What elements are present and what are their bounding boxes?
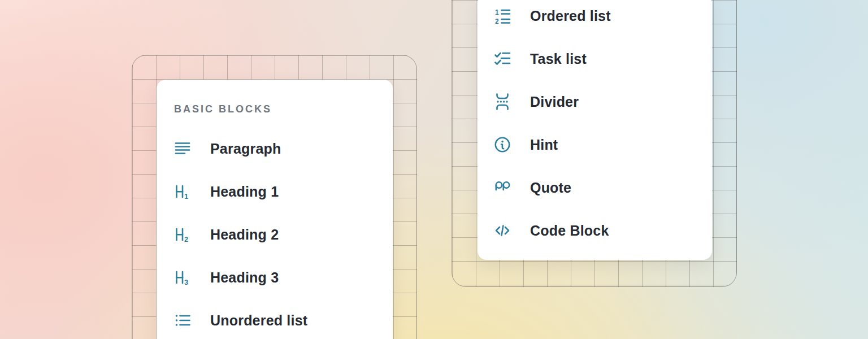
more-blocks-menu: 12 Ordered list Task list Divider Hint Q… [478,0,712,260]
svg-text:2: 2 [184,235,188,244]
menu-item-label: Heading 2 [210,227,279,243]
menu-item-label: Quote [530,180,571,196]
menu-item-task-list[interactable]: Task list [494,37,696,80]
menu-item-quote[interactable]: Quote [494,166,696,209]
menu-item-heading-2[interactable]: 2 Heading 2 [174,213,376,256]
menu-item-label: Divider [530,94,579,110]
svg-text:3: 3 [184,278,188,286]
menu-item-label: Paragraph [210,141,281,157]
basic-blocks-list: Paragraph 1 Heading 1 2 Heading 2 3 Head… [174,127,376,339]
menu-item-heading-1[interactable]: 1 Heading 1 [174,170,376,213]
heading-2-icon: 2 [174,226,191,243]
svg-text:1: 1 [184,192,188,201]
hint-icon [494,136,511,153]
menu-item-divider[interactable]: Divider [494,80,696,123]
menu-item-hint[interactable]: Hint [494,123,696,166]
menu-item-label: Ordered list [530,8,611,24]
quote-icon [494,179,511,196]
section-label-basic-blocks: BASIC BLOCKS [174,102,376,116]
menu-item-label: Task list [530,51,587,67]
more-blocks-list: 12 Ordered list Task list Divider Hint Q… [494,0,696,252]
menu-item-label: Hint [530,137,558,153]
menu-item-label: Unordered list [210,312,307,329]
paragraph-icon [174,140,191,157]
menu-item-ordered-list[interactable]: 12 Ordered list [494,0,696,37]
menu-item-unordered-list[interactable]: Unordered list [174,299,376,339]
task-list-icon [494,50,511,67]
menu-item-heading-3[interactable]: 3 Heading 3 [174,256,376,299]
ordered-list-icon: 12 [494,7,511,24]
divider-icon [494,93,511,110]
svg-text:1: 1 [495,8,499,16]
menu-item-label: Heading 3 [210,270,279,286]
menu-item-paragraph[interactable]: Paragraph [174,127,376,170]
basic-blocks-menu: BASIC BLOCKS Paragraph 1 Heading 1 2 Hea… [157,80,393,339]
heading-3-icon: 3 [174,269,191,286]
code-block-icon [494,222,511,239]
menu-item-label: Heading 1 [210,184,279,200]
menu-item-label: Code Block [530,223,609,239]
heading-1-icon: 1 [174,183,191,200]
unordered-list-icon [174,312,191,329]
menu-item-code-block[interactable]: Code Block [494,209,696,252]
svg-text:2: 2 [495,18,499,25]
